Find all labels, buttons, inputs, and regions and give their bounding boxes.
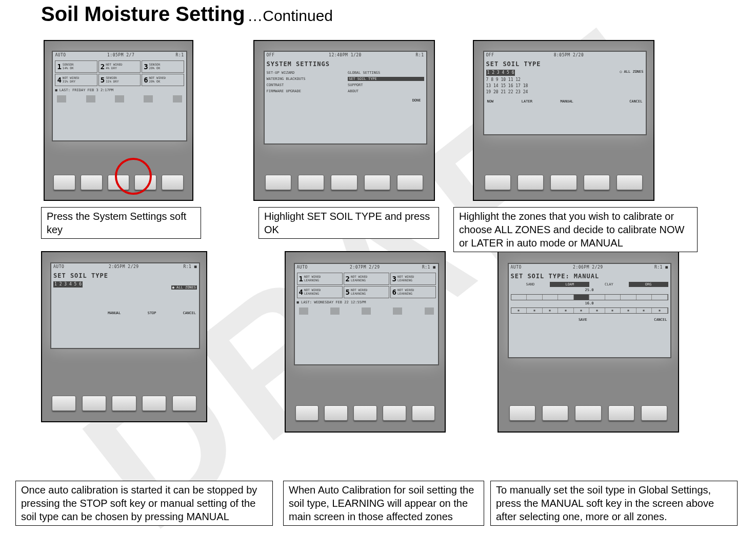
lcd-runtime: R:1 ■ [422,265,436,270]
softkey-save[interactable] [575,405,601,421]
zone-row-selected[interactable]: 1 2 3 4 5 6 [486,70,515,76]
softkey-1[interactable] [509,405,535,421]
zone-text: SENSOR11% DRY [106,76,118,83]
lcd-screen: AUTO 2:05PM 2/29 R:1 ■ SET SOIL TYPE 1 2… [50,262,200,349]
lcd-datetime: 2:06PM 2/29 [573,265,603,270]
hardware-button-row [52,396,196,411]
lcd-screen: AUTO 1:05PM 2/7 R:1 1SENSOR14% OK 2NOT W… [52,51,187,142]
softkey-5[interactable] [162,175,184,190]
softkey-manual[interactable] [112,396,136,411]
page-icon [173,95,182,102]
lcd-screen-title: SYSTEM SETTINGS [267,60,424,68]
all-zones-option-selected[interactable]: ● ALL ZONES [171,285,197,290]
menu-item-set-soil-type-highlighted[interactable]: SET SOIL TYPE [348,77,424,81]
zone-text: SENSOR20% OK [149,63,161,70]
zone-num: 4 [56,76,62,84]
slider-value-top: 25.0 [511,288,668,292]
softlabel-later: LATER [522,99,532,104]
softkey-manual[interactable] [550,175,576,190]
lcd-mode: AUTO [55,53,66,57]
zone-text: NOT WIREDLEARNING [304,275,321,282]
zone-number-grid[interactable]: 1 2 3 4 5 6 [53,281,83,289]
softkey-2[interactable] [82,396,106,411]
caption-step-5: When Auto Calibration for soil setting t… [283,481,484,526]
lcd-screen-title: SET SOIL TYPE [486,60,644,68]
softkey-4[interactable] [383,405,406,421]
zone-num: 4 [298,288,304,296]
softkey-1[interactable] [52,396,76,411]
zone-cell: 2NOT WIRED4% DRY [98,60,141,73]
softlabel-row: NOW LATER MANUAL CANCEL [486,99,644,104]
menu-item-global-settings[interactable]: GLOBAL SETTINGS [348,71,424,75]
alert-icon [115,95,124,102]
zone-num: 3 [143,63,149,71]
softkey-cancel[interactable] [616,175,643,190]
lcd-screen: AUTO 2:06PM 2/29 R:1 ■ SET SOIL TYPE: MA… [508,263,671,358]
softkey-cancel[interactable] [172,396,196,411]
zone-cell: 5NOT WIREDLEARNING [344,286,389,298]
zone-text: NOT WIRED31% DRY [63,76,79,83]
lcd-screen: OFF 12:40PM 1/20 R:1 SYSTEM SETTINGS SET… [264,51,427,145]
all-zones-option[interactable]: ○ ALL ZONES [620,70,643,74]
softkey-4[interactable] [608,405,634,421]
softkey-1[interactable] [53,175,75,190]
highlight-circle-icon [115,158,152,195]
softkey-1[interactable] [295,405,319,421]
softkey-3[interactable] [353,405,377,421]
softkey-icon-row [55,95,184,102]
zone-number-grid[interactable]: 1 2 3 4 5 6 7 8 9 10 11 12 13 14 15 16 1… [486,70,528,95]
zone-row[interactable]: 7 8 9 10 11 12 [486,77,521,82]
softkey-icon-row [297,307,436,315]
menu-item-firmware-upgrade[interactable]: FIRMWARE UPGRADE [267,89,343,93]
lcd-runtime: R:1 ■ [183,264,197,269]
menu-item-contrast[interactable]: CONTRAST [267,83,343,87]
menu-item-support[interactable]: SUPPORT [348,83,424,87]
zone-cell: 6NOT WIREDLEARNING [390,286,436,298]
softkey-later[interactable] [518,175,544,190]
last-watered-status: ■ LAST: WEDNESDAY FEB 22 12:55PM [297,300,436,304]
softlabel-cancel: CANCEL [629,99,642,104]
softkey-4[interactable] [584,175,610,190]
hardware-button-row [265,175,423,190]
lcd-datetime: 1:05PM 2/7 [107,53,134,57]
caption-step-4: Once auto calibration is started it can … [15,481,273,526]
menu-item-setup-wizard[interactable]: SET-UP WIZARD [267,71,343,75]
lcd-runtime: R:1 [176,53,184,57]
menu-item-about[interactable]: ABOUT [348,89,424,93]
softkey-2[interactable] [542,405,568,421]
moisture-slider-top[interactable] [511,294,668,300]
zone-row[interactable]: 13 14 15 16 17 18 [486,84,528,88]
soil-seg-sand: SAND [511,282,550,287]
softkey-5[interactable] [412,405,435,421]
zone-num: 1 [56,63,62,71]
zone-row-selected[interactable]: 1 2 3 4 5 6 [53,281,83,287]
softkey-1[interactable] [265,175,291,190]
softkey-2[interactable] [81,175,103,190]
softkey-cancel[interactable] [641,405,667,421]
softkey-4[interactable] [364,175,390,190]
softkey-2[interactable] [298,175,324,190]
alert-icon [362,307,371,315]
menu-item-watering-blackouts[interactable]: WATERING BLACKOUTS [267,77,343,81]
soil-seg-org: ORG [629,282,668,287]
zone-cell: 4NOT WIREDLEARNING [297,286,343,298]
zone-row[interactable]: 19 20 21 22 23 24 [486,90,528,94]
lcd-mode: AUTO [53,264,64,269]
zone-text: NOT WIREDLEARNING [397,289,414,295]
moisture-slider-bottom[interactable] [511,307,668,314]
title-main: Soil Moisture Setting [41,3,245,25]
softkey-5-done[interactable] [397,175,423,190]
softkey-3[interactable] [331,175,357,190]
softkey-now[interactable] [485,175,511,190]
zone-num: 6 [143,76,149,84]
soil-type-bar: SAND LOAM CLAY ORG [511,282,668,287]
zone-num: 5 [100,76,106,84]
lcd-mode: OFF [486,53,494,57]
zone-text: NOT WIRED20% OK [149,76,166,83]
softkey-stop[interactable] [142,396,166,411]
softkey-2[interactable] [324,405,348,421]
settings-gear-icon [393,307,402,315]
cloud-icon [299,307,308,315]
lcd-mode: AUTO [297,265,308,270]
zone-text: SENSOR14% OK [63,63,74,70]
